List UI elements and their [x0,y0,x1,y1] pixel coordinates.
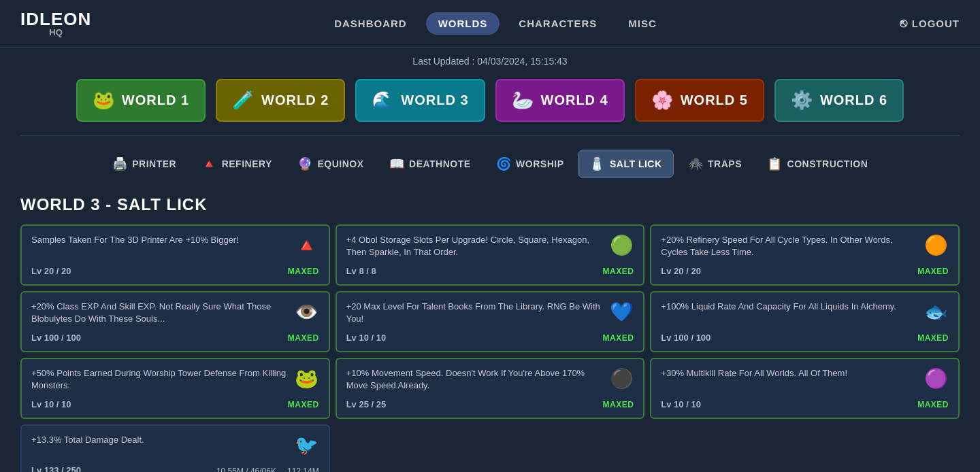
upgrade-card-6-maxed: MAXED [917,333,949,343]
world4-label: WORLD 4 [541,92,608,108]
upgrade-card-4: +20% Class EXP And Skill EXP. Not Really… [20,291,330,352]
upgrade-card-7-desc: +50% Points Earned During Worship Tower … [31,367,295,392]
upgrade-card-4-maxed: MAXED [288,333,319,343]
upgrade-card-10-level: Lv 133 / 250 [31,465,81,473]
world3-label: WORLD 3 [401,92,468,108]
nav-dashboard[interactable]: DASHBOARD [322,12,419,35]
upgrade-card-1-level: Lv 20 / 20 [31,266,71,276]
upgrade-card-10-bottom: Lv 133 / 250 10.55M / 46/06K 112.14M [31,464,319,472]
world-tab-6[interactable]: ⚙️ WORLD 6 [774,79,904,122]
upgrade-card-5-level: Lv 10 / 10 [346,333,387,343]
upgrade-card-9-maxed: MAXED [917,400,949,409]
upgrade-card-1-icon: 🔺 [295,234,319,256]
world-tab-2[interactable]: 🧪 WORLD 2 [216,79,345,122]
subtab-equinox-label: EQUINOX [317,158,363,169]
world-tab-5[interactable]: 🌸 WORLD 5 [635,79,764,122]
construction-icon: 📋 [767,156,783,171]
world-tab-1[interactable]: 🐸 WORLD 1 [76,79,206,122]
subtab-deathnote[interactable]: 📖 DEATHNOTE [378,150,482,178]
upgrade-card-6-top: +100% Liquid Rate And Capacity For All L… [661,301,949,323]
upgrade-card-1-maxed: MAXED [288,267,319,276]
upgrade-card-6-icon: 🐟 [924,301,949,323]
upgrade-card-1-desc: Samples Taken For The 3D Printer Are +10… [31,234,295,246]
upgrade-card-8: +10% Movement Speed. Doesn't Work If You… [336,358,645,419]
upgrade-card-10-icon: 🐦 [295,434,319,456]
subtab-traps-label: TRAPS [708,158,742,169]
upgrade-card-7-bottom: Lv 10 / 10 MAXED [31,399,319,409]
world-tab-4[interactable]: 🦢 WORLD 4 [495,79,625,122]
upgrade-card-9-icon: 🟣 [924,367,949,390]
world2-label: WORLD 2 [261,92,329,108]
section-title: WORLD 3 - SALT LICK [0,188,980,224]
subtab-equinox[interactable]: 🔮 EQUINOX [287,150,375,178]
nav-worlds[interactable]: WORLDS [426,12,500,35]
upgrade-card-3-top: +20% Refinery Speed For All Cycle Types.… [661,234,949,258]
world6-icon: ⚙️ [791,90,813,111]
last-updated-label: Last Updated : [412,56,474,67]
main-nav: DASHBOARD WORLDS CHARACTERS MISC [322,12,669,35]
upgrade-card-6: +100% Liquid Rate And Capacity For All L… [650,291,960,352]
upgrade-card-4-top: +20% Class EXP And Skill EXP. Not Really… [31,301,319,325]
nav-misc[interactable]: MISC [616,12,669,35]
nav-characters[interactable]: CHARACTERS [506,12,609,35]
subtab-printer[interactable]: 🖨️ PRINTER [101,150,187,178]
upgrade-card-9-top: +30% Multikill Rate For All Worlds. All … [661,367,949,390]
upgrade-card-2-maxed: MAXED [602,267,634,276]
upgrade-card-8-top: +10% Movement Speed. Doesn't Work If You… [346,367,634,392]
subtab-worship[interactable]: 🌀 WORSHIP [485,150,575,178]
upgrade-card-8-maxed: MAXED [602,400,634,409]
upgrade-card-10-top: +13.3% Total Damage Dealt. 🐦 [31,434,319,456]
header: IDLEON HQ DASHBOARD WORLDS CHARACTERS MI… [0,0,980,48]
logo: IDLEON HQ [20,10,91,37]
upgrade-card-9-bottom: Lv 10 / 10 MAXED [661,399,949,409]
world1-label: WORLD 1 [122,92,189,108]
subtab-deathnote-label: DEATHNOTE [409,158,471,169]
equinox-icon: 🔮 [297,156,313,171]
upgrade-card-2-top: +4 Obol Storage Slots Per Upgrade! Circl… [346,234,634,258]
upgrade-card-8-desc: +10% Movement Speed. Doesn't Work If You… [346,367,610,392]
upgrade-card-8-icon: ⚫ [609,367,634,390]
subtab-construction-label: CONSTRUCTION [787,158,868,169]
subtab-refinery[interactable]: 🔺 REFINERY [191,150,283,178]
upgrade-card-1-top: Samples Taken For The 3D Printer Are +10… [31,234,319,256]
subtab-saltlick-label: SALT LICK [610,158,662,169]
worship-icon: 🌀 [496,156,512,171]
upgrade-card-5-icon: 💙 [609,301,634,323]
upgrade-card-9-level: Lv 10 / 10 [661,399,701,409]
world5-icon: 🌸 [651,90,674,111]
upgrade-card-3: +20% Refinery Speed For All Cycle Types.… [650,224,960,286]
world3-icon: 🌊 [372,90,394,111]
subtab-construction[interactable]: 📋 CONSTRUCTION [756,150,879,178]
subtab-saltlick[interactable]: 🧂 SALT LICK [578,150,673,178]
upgrade-card-8-bottom: Lv 25 / 25 MAXED [346,399,634,409]
upgrade-card-3-bottom: Lv 20 / 20 MAXED [661,266,949,276]
upgrade-card-1: Samples Taken For The 3D Printer Are +10… [20,224,330,286]
subtab-refinery-label: REFINERY [222,158,272,169]
upgrade-card-2-level: Lv 8 / 8 [346,266,376,276]
deathnote-icon: 📖 [389,156,405,171]
logout-icon: ⎋ [900,16,908,31]
upgrade-card-7-top: +50% Points Earned During Worship Tower … [31,367,319,392]
traps-icon: 🕷️ [688,156,704,171]
subtab-traps[interactable]: 🕷️ TRAPS [677,150,753,178]
upgrade-card-5-top: +20 Max Level For Talent Books From The … [346,301,634,325]
subtabs: 🖨️ PRINTER 🔺 REFINERY 🔮 EQUINOX 📖 DEATHN… [0,146,980,188]
world2-icon: 🧪 [232,90,255,111]
world4-icon: 🦢 [512,90,534,111]
refinery-icon: 🔺 [201,156,217,171]
upgrade-card-1-bottom: Lv 20 / 20 MAXED [31,266,319,276]
logout-button[interactable]: ⎋ LOGOUT [900,16,960,31]
upgrade-card-4-icon: 👁️ [295,301,319,323]
upgrade-card-10-progress: 10.55M / 46/06K 112.14M [216,467,319,472]
world1-icon: 🐸 [93,90,115,111]
upgrade-card-7: +50% Points Earned During Worship Tower … [20,358,330,419]
world5-label: WORLD 5 [681,92,748,108]
upgrade-card-3-maxed: MAXED [917,267,949,276]
upgrade-card-8-level: Lv 25 / 25 [346,399,387,409]
logout-label: LOGOUT [912,18,960,29]
world-tab-3[interactable]: 🌊 WORLD 3 [355,79,485,122]
upgrade-card-5: +20 Max Level For Talent Books From The … [336,291,645,352]
world-tabs: 🐸 WORLD 1 🧪 WORLD 2 🌊 WORLD 3 🦢 WORLD 4 … [0,72,980,135]
upgrade-card-5-bottom: Lv 10 / 10 MAXED [346,333,634,343]
upgrade-card-4-bottom: Lv 100 / 100 MAXED [31,333,319,343]
